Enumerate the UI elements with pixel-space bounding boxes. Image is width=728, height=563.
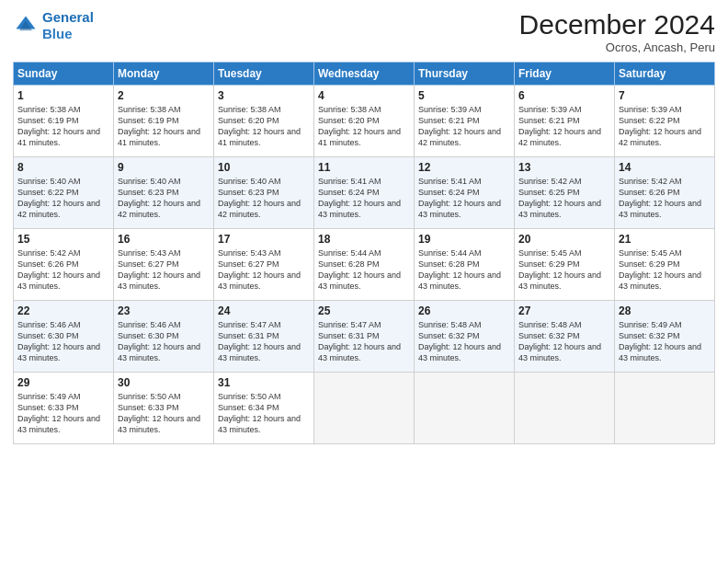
- logo-text: General Blue: [42, 9, 94, 42]
- day-info: Sunrise: 5:48 AM Sunset: 6:32 PM Dayligh…: [518, 319, 610, 364]
- day-number: 11: [318, 161, 410, 174]
- logo: General Blue: [13, 9, 94, 42]
- calendar-cell: 2Sunrise: 5:38 AM Sunset: 6:19 PM Daylig…: [114, 86, 214, 157]
- day-header-thursday: Thursday: [415, 63, 515, 86]
- day-info: Sunrise: 5:39 AM Sunset: 6:21 PM Dayligh…: [518, 104, 610, 149]
- calendar-table: SundayMondayTuesdayWednesdayThursdayFrid…: [13, 62, 715, 444]
- day-number: 30: [118, 376, 210, 389]
- day-info: Sunrise: 5:39 AM Sunset: 6:22 PM Dayligh…: [619, 104, 711, 149]
- calendar-cell: [415, 373, 515, 444]
- calendar-cell: 8Sunrise: 5:40 AM Sunset: 6:22 PM Daylig…: [14, 157, 114, 229]
- day-number: 12: [418, 161, 510, 174]
- day-number: 22: [17, 304, 109, 317]
- calendar-week-3: 15Sunrise: 5:42 AM Sunset: 6:26 PM Dayli…: [14, 229, 715, 301]
- day-info: Sunrise: 5:44 AM Sunset: 6:28 PM Dayligh…: [318, 247, 410, 293]
- day-info: Sunrise: 5:42 AM Sunset: 6:26 PM Dayligh…: [619, 176, 711, 221]
- calendar-cell: 27Sunrise: 5:48 AM Sunset: 6:32 PM Dayli…: [515, 301, 615, 373]
- day-number: 2: [118, 89, 210, 102]
- day-info: Sunrise: 5:47 AM Sunset: 6:31 PM Dayligh…: [318, 319, 410, 364]
- day-number: 17: [218, 233, 310, 246]
- day-number: 31: [218, 376, 310, 389]
- day-info: Sunrise: 5:42 AM Sunset: 6:25 PM Dayligh…: [518, 176, 610, 221]
- day-number: 8: [17, 161, 109, 174]
- calendar-cell: 18Sunrise: 5:44 AM Sunset: 6:28 PM Dayli…: [314, 229, 415, 301]
- day-info: Sunrise: 5:46 AM Sunset: 6:30 PM Dayligh…: [118, 319, 210, 364]
- calendar-cell: 17Sunrise: 5:43 AM Sunset: 6:27 PM Dayli…: [214, 229, 314, 301]
- day-info: Sunrise: 5:44 AM Sunset: 6:28 PM Dayligh…: [418, 247, 510, 293]
- day-info: Sunrise: 5:45 AM Sunset: 6:29 PM Dayligh…: [518, 247, 610, 293]
- day-info: Sunrise: 5:49 AM Sunset: 6:33 PM Dayligh…: [17, 391, 109, 436]
- day-info: Sunrise: 5:41 AM Sunset: 6:24 PM Dayligh…: [418, 176, 510, 221]
- day-number: 21: [619, 233, 711, 246]
- calendar-week-1: 1Sunrise: 5:38 AM Sunset: 6:19 PM Daylig…: [14, 86, 715, 157]
- day-number: 4: [318, 89, 410, 102]
- day-header-saturday: Saturday: [615, 63, 715, 86]
- day-number: 13: [518, 161, 610, 174]
- day-number: 1: [17, 89, 109, 102]
- day-number: 24: [218, 304, 310, 317]
- calendar-cell: 9Sunrise: 5:40 AM Sunset: 6:23 PM Daylig…: [114, 157, 214, 229]
- day-number: 18: [318, 233, 410, 246]
- day-number: 9: [118, 161, 210, 174]
- calendar-cell: 3Sunrise: 5:38 AM Sunset: 6:20 PM Daylig…: [214, 86, 314, 157]
- day-number: 25: [318, 304, 410, 317]
- day-header-tuesday: Tuesday: [214, 63, 314, 86]
- day-number: 14: [619, 161, 711, 174]
- day-info: Sunrise: 5:39 AM Sunset: 6:21 PM Dayligh…: [418, 104, 510, 149]
- calendar-cell: 11Sunrise: 5:41 AM Sunset: 6:24 PM Dayli…: [314, 157, 415, 229]
- day-number: 6: [518, 89, 610, 102]
- calendar-cell: 5Sunrise: 5:39 AM Sunset: 6:21 PM Daylig…: [415, 86, 515, 157]
- calendar-cell: 24Sunrise: 5:47 AM Sunset: 6:31 PM Dayli…: [214, 301, 314, 373]
- calendar-cell: [515, 373, 615, 444]
- calendar-cell: 4Sunrise: 5:38 AM Sunset: 6:20 PM Daylig…: [314, 86, 415, 157]
- day-info: Sunrise: 5:38 AM Sunset: 6:19 PM Dayligh…: [118, 104, 210, 149]
- calendar-week-4: 22Sunrise: 5:46 AM Sunset: 6:30 PM Dayli…: [14, 301, 715, 373]
- day-number: 20: [518, 233, 610, 246]
- logo-line2: Blue: [42, 26, 73, 41]
- month-title: December 2024: [519, 9, 715, 40]
- page-container: General Blue December 2024 Ocros, Ancash…: [0, 0, 728, 454]
- calendar-cell: 10Sunrise: 5:40 AM Sunset: 6:23 PM Dayli…: [214, 157, 314, 229]
- calendar-cell: 21Sunrise: 5:45 AM Sunset: 6:29 PM Dayli…: [615, 229, 715, 301]
- day-info: Sunrise: 5:40 AM Sunset: 6:23 PM Dayligh…: [218, 176, 310, 221]
- day-number: 29: [17, 376, 109, 389]
- calendar-cell: [314, 373, 415, 444]
- logo-line1: General: [42, 9, 94, 25]
- calendar-cell: 23Sunrise: 5:46 AM Sunset: 6:30 PM Dayli…: [114, 301, 214, 373]
- day-number: 3: [218, 89, 310, 102]
- calendar-cell: 15Sunrise: 5:42 AM Sunset: 6:26 PM Dayli…: [14, 229, 114, 301]
- day-header-friday: Friday: [515, 63, 615, 86]
- day-info: Sunrise: 5:40 AM Sunset: 6:23 PM Dayligh…: [118, 176, 210, 221]
- day-number: 27: [518, 304, 610, 317]
- calendar-cell: 14Sunrise: 5:42 AM Sunset: 6:26 PM Dayli…: [615, 157, 715, 229]
- day-info: Sunrise: 5:48 AM Sunset: 6:32 PM Dayligh…: [418, 319, 510, 364]
- day-info: Sunrise: 5:50 AM Sunset: 6:33 PM Dayligh…: [118, 391, 210, 436]
- header: General Blue December 2024 Ocros, Ancash…: [13, 9, 715, 54]
- day-info: Sunrise: 5:38 AM Sunset: 6:19 PM Dayligh…: [17, 104, 109, 149]
- calendar-week-2: 8Sunrise: 5:40 AM Sunset: 6:22 PM Daylig…: [14, 157, 715, 229]
- day-info: Sunrise: 5:41 AM Sunset: 6:24 PM Dayligh…: [318, 176, 410, 221]
- location-subtitle: Ocros, Ancash, Peru: [519, 40, 715, 54]
- day-info: Sunrise: 5:40 AM Sunset: 6:22 PM Dayligh…: [17, 176, 109, 221]
- day-header-sunday: Sunday: [14, 63, 114, 86]
- day-number: 26: [418, 304, 510, 317]
- day-info: Sunrise: 5:45 AM Sunset: 6:29 PM Dayligh…: [619, 247, 711, 293]
- day-number: 7: [619, 89, 711, 102]
- day-info: Sunrise: 5:43 AM Sunset: 6:27 PM Dayligh…: [218, 247, 310, 293]
- calendar-cell: 26Sunrise: 5:48 AM Sunset: 6:32 PM Dayli…: [415, 301, 515, 373]
- day-info: Sunrise: 5:50 AM Sunset: 6:34 PM Dayligh…: [218, 391, 310, 436]
- logo-icon: [13, 13, 39, 39]
- day-info: Sunrise: 5:38 AM Sunset: 6:20 PM Dayligh…: [218, 104, 310, 149]
- calendar-header-row: SundayMondayTuesdayWednesdayThursdayFrid…: [14, 63, 715, 86]
- calendar-week-5: 29Sunrise: 5:49 AM Sunset: 6:33 PM Dayli…: [14, 373, 715, 444]
- day-info: Sunrise: 5:38 AM Sunset: 6:20 PM Dayligh…: [318, 104, 410, 149]
- day-number: 19: [418, 233, 510, 246]
- calendar-cell: 31Sunrise: 5:50 AM Sunset: 6:34 PM Dayli…: [214, 373, 314, 444]
- calendar-cell: 20Sunrise: 5:45 AM Sunset: 6:29 PM Dayli…: [515, 229, 615, 301]
- calendar-cell: 22Sunrise: 5:46 AM Sunset: 6:30 PM Dayli…: [14, 301, 114, 373]
- calendar-cell: 12Sunrise: 5:41 AM Sunset: 6:24 PM Dayli…: [415, 157, 515, 229]
- day-info: Sunrise: 5:46 AM Sunset: 6:30 PM Dayligh…: [17, 319, 109, 364]
- calendar-cell: 19Sunrise: 5:44 AM Sunset: 6:28 PM Dayli…: [415, 229, 515, 301]
- calendar-cell: 1Sunrise: 5:38 AM Sunset: 6:19 PM Daylig…: [14, 86, 114, 157]
- calendar-cell: 29Sunrise: 5:49 AM Sunset: 6:33 PM Dayli…: [14, 373, 114, 444]
